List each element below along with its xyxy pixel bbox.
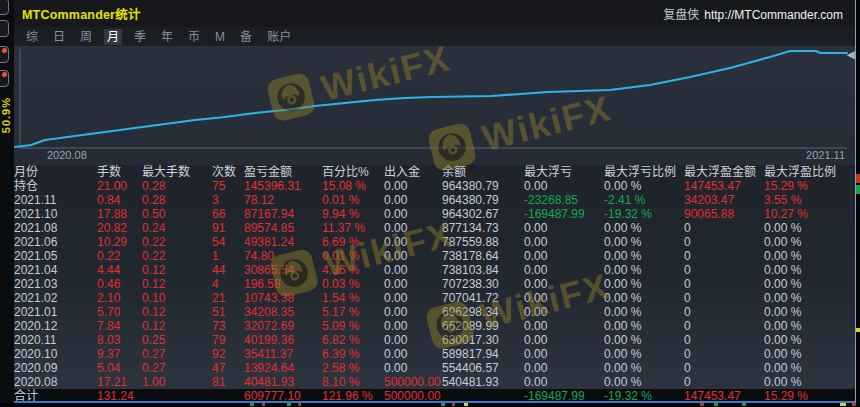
table-cell: 1.00: [142, 376, 212, 389]
table-cell: 0.00 %: [764, 348, 842, 361]
table-cell: 0.00 %: [764, 236, 842, 249]
table-cell: -23268.85: [524, 194, 604, 207]
background-window-icon: [0, 20, 9, 37]
table-row[interactable]: 持仓21.000.2875145396.3115.08 %0.00964380.…: [14, 180, 855, 194]
table-cell: 21.00: [97, 180, 142, 193]
table-cell: 0.00 %: [764, 306, 842, 319]
title-bar[interactable]: MTCommander统计 复盘侠http://MTCommander.com: [14, 0, 855, 27]
axis-end-label: 2021.11: [806, 149, 845, 165]
column-header[interactable]: 最大浮盈比例: [764, 166, 842, 179]
table-cell: 0: [684, 278, 764, 291]
column-header[interactable]: 手数: [97, 166, 142, 179]
equity-chart[interactable]: 2020.08 2021.11 ◀: [14, 46, 855, 165]
background-speck: [287, 403, 291, 406]
background-speck: [852, 403, 856, 406]
table-cell: 4: [212, 278, 244, 291]
table-row[interactable]: 2020.127.840.127332072.695.09 %0.0066208…: [14, 319, 855, 333]
table-row[interactable]: 2021.1017.880.506687167.949.94 %0.009643…: [14, 208, 855, 222]
table-cell: 121.96 %: [322, 390, 384, 403]
table-cell: 0.12: [142, 320, 212, 333]
table-cell: 92: [212, 348, 244, 361]
monthly-stats-table: 月份手数最大手数次数盈亏金额百分比%出入金余额最大浮亏最大浮亏比例最大浮盈金额最…: [14, 165, 855, 403]
table-cell: 2020.12: [14, 320, 97, 333]
table-row[interactable]: 2020.109.370.279235411.376.39 %0.0058981…: [14, 347, 855, 361]
table-cell: 0.00 %: [764, 264, 842, 277]
table-cell: 0.00: [524, 376, 604, 389]
table-cell: 2021.11: [14, 194, 97, 207]
table-cell: 0.00 %: [604, 306, 684, 319]
table-cell: 78.12: [244, 194, 322, 207]
table-row[interactable]: 2021.0610.290.225449381.246.69 %0.007875…: [14, 236, 855, 250]
table-cell: 0.00 %: [604, 264, 684, 277]
background-speck: [452, 403, 455, 406]
background-window-icon: [0, 70, 9, 87]
menu-item-年[interactable]: 年: [158, 29, 176, 45]
table-cell: 0.00 %: [764, 278, 842, 291]
table-cell: 0.00 %: [764, 320, 842, 333]
table-cell: 2021.03: [14, 278, 97, 291]
column-header[interactable]: 最大浮亏: [524, 166, 604, 179]
table-cell: 0.03 %: [322, 278, 384, 291]
column-header[interactable]: 最大手数: [142, 166, 212, 179]
brand-name: 复盘侠: [663, 8, 699, 22]
table-cell: -19.32 %: [604, 390, 684, 403]
table-row[interactable]: 2021.044.440.124430865.544.36 %0.0073810…: [14, 264, 855, 278]
column-header[interactable]: 余额: [442, 166, 524, 179]
menu-item-月[interactable]: 月: [104, 29, 122, 45]
column-header[interactable]: 月份: [14, 166, 97, 179]
menu-item-币[interactable]: 币: [185, 29, 203, 45]
table-cell: 147453.47: [684, 390, 764, 403]
column-header[interactable]: 盈亏金额: [244, 166, 322, 179]
column-header[interactable]: 最大浮盈金额: [684, 166, 764, 179]
table-cell: 73: [212, 320, 244, 333]
table-cell: 2021.06: [14, 236, 97, 249]
table-row[interactable]: 2021.030.460.124196.580.03 %0.00707238.3…: [14, 278, 855, 292]
table-cell: 0.00: [524, 334, 604, 347]
table-cell: 707041.72: [442, 292, 524, 305]
table-cell: 0.00 %: [604, 348, 684, 361]
table-row[interactable]: 2020.0817.211.008140481.938.10 %500000.0…: [14, 375, 855, 389]
table-row[interactable]: 2021.015.700.125134208.355.17 %0.0069629…: [14, 305, 855, 319]
table-row[interactable]: 2021.022.100.102110743.381.54 %0.0070704…: [14, 292, 855, 306]
menu-item-周[interactable]: 周: [77, 29, 95, 45]
table-cell: 0.24: [142, 222, 212, 235]
table-cell: 91: [212, 222, 244, 235]
menu-item-账户[interactable]: 账户: [264, 29, 294, 45]
column-header[interactable]: 最大浮亏比例: [604, 166, 684, 179]
menu-item-M[interactable]: M: [212, 29, 228, 45]
table-cell: 10743.38: [244, 292, 322, 305]
menu-item-日[interactable]: 日: [50, 29, 68, 45]
table-cell: 34203.47: [684, 194, 764, 207]
table-cell: 0.00 %: [604, 292, 684, 305]
table-row[interactable]: 2021.050.220.22174.800.01 %0.00738178.64…: [14, 250, 855, 264]
table-row[interactable]: 2021.0820.820.249189574.8511.37 %0.00877…: [14, 222, 855, 236]
table-cell: 0.00 %: [764, 222, 842, 235]
menu-item-综[interactable]: 综: [23, 29, 41, 45]
table-cell: 5.70: [97, 306, 142, 319]
table-cell: 47: [212, 362, 244, 375]
menu-item-备[interactable]: 备: [237, 29, 255, 45]
table-row[interactable]: 2020.118.030.257940199.366.82 %0.0063001…: [14, 333, 855, 347]
background-speck: [441, 403, 445, 406]
column-header[interactable]: 次数: [212, 166, 244, 179]
table-cell: 0: [684, 320, 764, 333]
table-row[interactable]: 2021.110.840.28378.120.01 %0.00964380.79…: [14, 194, 855, 208]
table-cell: 4.44: [97, 264, 142, 277]
table-cell: 0: [684, 236, 764, 249]
table-cell: -2.41 %: [604, 194, 684, 207]
column-header[interactable]: 出入金: [384, 166, 442, 179]
table-cell: 0.00 %: [604, 180, 684, 193]
table-cell: 40481.93: [244, 376, 322, 389]
table-cell: 66: [212, 208, 244, 221]
table-cell: 21: [212, 292, 244, 305]
menu-item-季[interactable]: 季: [131, 29, 149, 45]
table-cell: 6.39 %: [322, 348, 384, 361]
table-header-row: 月份手数最大手数次数盈亏金额百分比%出入金余额最大浮亏最大浮亏比例最大浮盈金额最…: [14, 165, 855, 180]
table-body: 持仓21.000.2875145396.3115.08 %0.00964380.…: [14, 180, 855, 403]
table-cell: 0.00 %: [604, 278, 684, 291]
column-header[interactable]: 百分比%: [322, 166, 384, 179]
total-row[interactable]: 合计131.24609777.10121.96 %500000.00-16948…: [14, 389, 855, 403]
table-row[interactable]: 2020.095.040.274713924.642.58 %0.0055440…: [14, 361, 855, 375]
table-cell: 5.09 %: [322, 320, 384, 333]
scroll-arrow-icon[interactable]: ◀: [847, 49, 855, 60]
